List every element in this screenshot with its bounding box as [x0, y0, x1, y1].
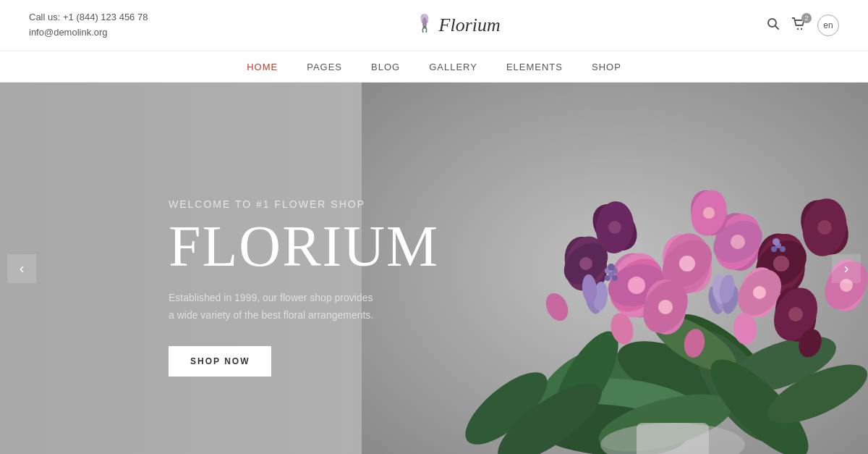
hero-section: WELCOME TO #1 FLOWER SHOP FLORIUM Establ…: [0, 83, 868, 454]
carousel-prev-button[interactable]: ‹: [7, 254, 36, 283]
nav-item-home[interactable]: HOME: [247, 59, 278, 75]
phone-number: Call us: +1 (844) 123 456 78: [29, 10, 148, 25]
svg-point-35: [731, 235, 745, 249]
svg-point-85: [608, 264, 615, 271]
svg-line-4: [775, 25, 779, 29]
svg-point-68: [703, 207, 715, 219]
svg-point-3: [768, 19, 776, 27]
svg-point-88: [780, 246, 786, 252]
search-icon[interactable]: [767, 17, 780, 34]
svg-point-49: [608, 221, 621, 234]
svg-point-89: [773, 238, 780, 245]
svg-point-62: [658, 300, 673, 314]
language-selector[interactable]: en: [817, 14, 839, 36]
logo[interactable]: Florium: [414, 13, 501, 38]
header-actions: 2 en: [767, 14, 839, 36]
nav-item-blog[interactable]: BLOG: [371, 59, 400, 75]
carousel-next-button[interactable]: ›: [832, 254, 861, 283]
cart-icon[interactable]: 2: [791, 17, 806, 34]
svg-point-82: [612, 275, 618, 281]
hero-title: FLORIUM: [169, 217, 439, 275]
cart-badge: 2: [801, 13, 812, 23]
svg-rect-59: [637, 423, 709, 454]
main-nav: HOME PAGES BLOG GALLERY ELEMENTS SHOP: [0, 51, 868, 83]
hero-content: WELCOME TO #1 FLOWER SHOP FLORIUM Establ…: [169, 198, 439, 377]
svg-point-6: [801, 28, 802, 29]
nav-item-shop[interactable]: SHOP: [592, 59, 621, 75]
svg-point-65: [753, 286, 766, 299]
nav-item-pages[interactable]: PAGES: [307, 59, 342, 75]
logo-text: Florium: [439, 14, 501, 36]
email-address: info@demolink.org: [29, 25, 148, 41]
svg-point-46: [817, 220, 832, 235]
svg-point-39: [579, 257, 592, 270]
nav-item-elements[interactable]: ELEMENTS: [506, 59, 563, 75]
svg-point-71: [788, 307, 803, 321]
logo-icon: [414, 13, 435, 38]
hero-subtitle: WELCOME TO #1 FLOWER SHOP: [169, 198, 439, 210]
svg-point-27: [628, 277, 645, 294]
nav-item-gallery[interactable]: GALLERY: [429, 59, 477, 75]
svg-point-43: [773, 256, 789, 272]
hero-description: Established in 1999, our flower shop pro…: [169, 290, 439, 324]
top-bar: Call us: +1 (844) 123 456 78 info@demoli…: [0, 0, 868, 51]
svg-point-31: [679, 256, 695, 272]
svg-point-5: [797, 28, 799, 29]
shop-now-button[interactable]: SHOP NOW: [169, 346, 271, 377]
contact-info: Call us: +1 (844) 123 456 78 info@demoli…: [29, 10, 148, 41]
